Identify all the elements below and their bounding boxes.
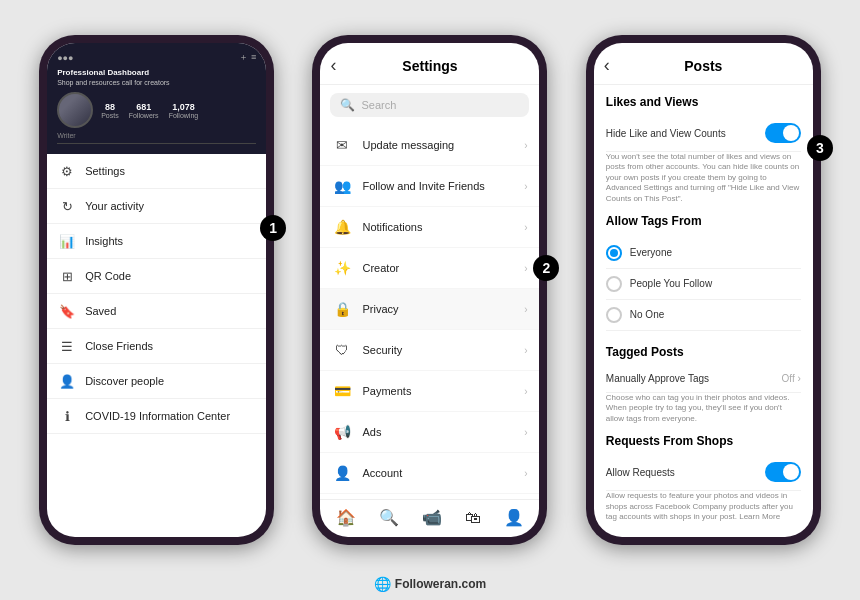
payments-icon: 💳 [332, 381, 352, 401]
chevron-icon: › [524, 345, 527, 356]
p3-title: Posts [684, 58, 722, 74]
p1-menu-close-friends[interactable]: ☰ Close Friends [47, 329, 266, 364]
p1-top-bar: ●●● ＋ ≡ [57, 51, 256, 64]
p2-item-notifications[interactable]: 🔔 Notifications › [320, 207, 539, 248]
p1-banner: Professional Dashboard [57, 68, 256, 77]
p1-icons: ＋ ≡ [239, 51, 256, 64]
p2-search-placeholder: Search [361, 99, 396, 111]
p1-divider [57, 143, 256, 144]
chevron-icon: › [524, 386, 527, 397]
watermark: 🌐 Followeran.com [374, 576, 486, 592]
main-container: 1 ●●● ＋ ≡ Professional Dashboard Shop an… [0, 0, 860, 600]
allow-requests-toggle[interactable] [765, 462, 801, 482]
p3-section-likes: Likes and Views [606, 95, 801, 109]
phone-2-screen: ‹ Settings 🔍 Search ✉ Update messaging ›… [320, 43, 539, 537]
radio-everyone-circle [606, 245, 622, 261]
p2-settings-list: ✉ Update messaging › 👥 Follow and Invite… [320, 125, 539, 499]
chevron-icon: › [524, 263, 527, 274]
p2-item-security[interactable]: 🛡 Security › [320, 330, 539, 371]
p1-menu-qrcode[interactable]: ⊞ QR Code [47, 259, 266, 294]
ads-icon: 📢 [332, 422, 352, 442]
p2-back-button[interactable]: ‹ [330, 55, 336, 76]
p2-header: ‹ Settings [320, 43, 539, 85]
p2-item-account[interactable]: 👤 Account › [320, 453, 539, 494]
p3-hide-likes-row: Hide Like and View Counts [606, 115, 801, 152]
search-nav-icon[interactable]: 🔍 [379, 508, 399, 527]
p3-allow-requests-desc: Allow requests to feature your photos an… [606, 491, 801, 522]
profile-nav-icon[interactable]: 👤 [504, 508, 524, 527]
hide-likes-toggle[interactable] [765, 123, 801, 143]
phone-1: 1 ●●● ＋ ≡ Professional Dashboard Shop an… [39, 35, 274, 545]
activity-icon: ↻ [59, 198, 75, 214]
home-nav-icon[interactable]: 🏠 [336, 508, 356, 527]
messaging-icon: ✉ [332, 135, 352, 155]
chevron-icon: › [524, 181, 527, 192]
badge-1: 1 [260, 215, 286, 241]
p1-menu-covid[interactable]: ℹ COVID-19 Information Center [47, 399, 266, 434]
notifications-icon: 🔔 [332, 217, 352, 237]
phone-3: 3 ‹ Posts Likes and Views Hide Like and … [586, 35, 821, 545]
p3-radio-everyone[interactable]: Everyone [606, 238, 801, 269]
p1-profile-section: ●●● ＋ ≡ Professional Dashboard Shop and … [47, 43, 266, 154]
p1-sub: Shop and resources call for creators [57, 79, 256, 86]
p1-menu-saved[interactable]: 🔖 Saved [47, 294, 266, 329]
p2-item-follow[interactable]: 👥 Follow and Invite Friends › [320, 166, 539, 207]
p3-header: ‹ Posts [594, 43, 813, 85]
p2-item-messaging[interactable]: ✉ Update messaging › [320, 125, 539, 166]
p1-stat-followers: 681 Followers [129, 102, 159, 119]
p2-search-bar[interactable]: 🔍 Search [330, 93, 529, 117]
p3-section-tagged: Tagged Posts [606, 345, 801, 359]
shop-nav-icon[interactable]: 🛍 [465, 509, 481, 527]
p2-item-ads[interactable]: 📢 Ads › [320, 412, 539, 453]
follow-icon: 👥 [332, 176, 352, 196]
saved-icon: 🔖 [59, 303, 75, 319]
p1-menu-activity[interactable]: ↻ Your activity [47, 189, 266, 224]
settings-icon: ⚙ [59, 163, 75, 179]
radio-noone-circle [606, 307, 622, 323]
radio-follow-circle [606, 276, 622, 292]
p1-avatar [57, 92, 93, 128]
p1-menu-settings[interactable]: ⚙ Settings [47, 154, 266, 189]
p1-stat-posts: 88 Posts [101, 102, 119, 119]
p1-dots: ●●● [57, 53, 73, 63]
phone-1-screen: ●●● ＋ ≡ Professional Dashboard Shop and … [47, 43, 266, 537]
p1-role: Writer [57, 132, 256, 139]
list-icon: ☰ [59, 338, 75, 354]
p3-content: Likes and Views Hide Like and View Count… [594, 85, 813, 531]
qrcode-icon: ⊞ [59, 268, 75, 284]
p2-title: Settings [402, 58, 457, 74]
p3-approve-tags-value: Off › [782, 373, 801, 384]
creator-icon: ✨ [332, 258, 352, 278]
p1-stats: 88 Posts 681 Followers 1,078 Following [101, 102, 198, 119]
p2-item-creator[interactable]: ✨ Creator › [320, 248, 539, 289]
p1-menu-discover[interactable]: 👤 Discover people [47, 364, 266, 399]
phone-2: 2 ‹ Settings 🔍 Search ✉ Update messaging… [312, 35, 547, 545]
p3-section-shops: Requests From Shops [606, 434, 801, 448]
chevron-icon: › [524, 427, 527, 438]
p1-menu-insights[interactable]: 📊 Insights [47, 224, 266, 259]
p3-hide-likes-desc: You won't see the total number of likes … [606, 152, 801, 204]
reels-nav-icon[interactable]: 📹 [422, 508, 442, 527]
p1-profile-row: 88 Posts 681 Followers 1,078 Following [57, 92, 256, 128]
p3-radio-people-follow[interactable]: People You Follow [606, 269, 801, 300]
badge-2: 2 [533, 255, 559, 281]
p3-back-button[interactable]: ‹ [604, 55, 610, 76]
p3-allow-requests-row: Allow Requests [606, 454, 801, 491]
p3-approve-tags-row: Manually Approve Tags Off › [606, 365, 801, 393]
p3-approve-tags-desc: Choose who can tag you in their photos a… [606, 393, 801, 424]
privacy-icon: 🔒 [332, 299, 352, 319]
badge-3: 3 [807, 135, 833, 161]
account-icon: 👤 [332, 463, 352, 483]
search-icon: 🔍 [340, 98, 355, 112]
p3-radio-no-one[interactable]: No One [606, 300, 801, 331]
p3-section-tags: Allow Tags From [606, 214, 801, 228]
p2-item-privacy[interactable]: 🔒 Privacy › [320, 289, 539, 330]
info-icon: ℹ [59, 408, 75, 424]
p3-radio-group: Everyone People You Follow No One [606, 234, 801, 335]
p2-item-payments[interactable]: 💳 Payments › [320, 371, 539, 412]
chevron-icon: › [524, 222, 527, 233]
chevron-icon: › [524, 304, 527, 315]
discover-icon: 👤 [59, 373, 75, 389]
globe-icon: 🌐 [374, 576, 391, 592]
chevron-icon: › [524, 468, 527, 479]
